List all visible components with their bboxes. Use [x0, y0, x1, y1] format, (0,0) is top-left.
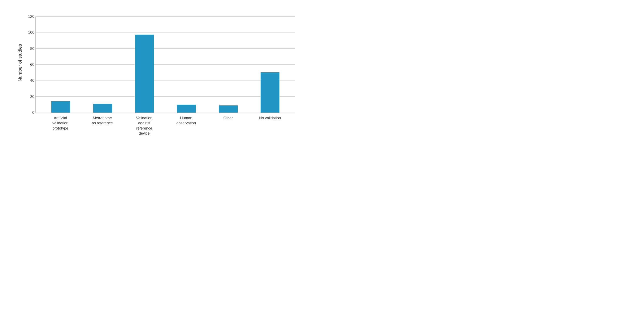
bar	[219, 106, 238, 113]
x-label: No validation	[249, 116, 291, 136]
bar-group	[40, 101, 82, 112]
bar	[260, 72, 280, 112]
bar	[93, 104, 112, 112]
x-label: Metronomeas reference	[81, 116, 123, 136]
bar-group	[82, 104, 124, 112]
y-tick-label: 20	[25, 94, 34, 99]
bar-group	[166, 104, 207, 112]
bar-group	[124, 34, 166, 112]
bars-area	[36, 16, 295, 112]
bar	[51, 101, 70, 112]
y-tick-label: 80	[25, 46, 34, 51]
y-axis-label: Number of studies	[18, 44, 23, 82]
x-labels: ArtificialvalidationprototypeMetronomeas…	[35, 113, 295, 136]
x-label: Humanobservation	[165, 116, 207, 136]
x-label: Other	[207, 116, 249, 136]
chart-container: Number of studies 020406080100120 Artifi…	[14, 8, 308, 151]
y-tick-label: 100	[25, 30, 34, 35]
bar	[177, 104, 196, 112]
y-tick-label: 0	[25, 110, 34, 115]
y-tick-label: 120	[25, 14, 34, 19]
bar-group	[249, 72, 291, 112]
x-label: Artificialvalidationprototype	[40, 116, 81, 136]
plot-area: 020406080100120	[35, 16, 295, 113]
bar-group	[207, 106, 249, 113]
y-tick-label: 60	[25, 62, 34, 67]
x-label: Validationagainstreferencedevice	[123, 116, 165, 136]
y-tick-label: 40	[25, 78, 34, 83]
bar	[135, 34, 154, 112]
